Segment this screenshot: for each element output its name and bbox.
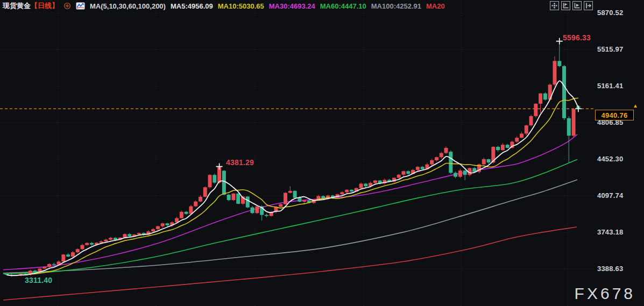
candle-body — [61, 254, 65, 261]
candle-body — [340, 192, 344, 194]
cross-marker — [556, 38, 563, 45]
candle-body — [430, 160, 434, 165]
last-price-value: 4940.76 — [601, 111, 627, 119]
candle-body — [463, 170, 467, 175]
candle-body — [373, 181, 377, 183]
candle-body — [284, 193, 287, 204]
candle-body — [199, 197, 202, 202]
candle-body — [525, 125, 528, 133]
candle-body — [66, 254, 70, 257]
chart-plot-area[interactable] — [0, 0, 644, 306]
candle-body — [203, 187, 207, 197]
candle-body — [251, 208, 254, 214]
candle-body — [421, 167, 424, 169]
axis-flag-icon[interactable] — [561, 1, 570, 10]
axis-tick-label: 3743.18 — [597, 228, 623, 236]
candle-body — [557, 61, 561, 66]
chart-header: 现货黄金【日线】 MA(5,10,30,60,100,200) MA5:4956… — [3, 1, 445, 11]
candle-body — [293, 191, 297, 198]
instrument-title: 现货黄金 — [3, 2, 31, 10]
candle-body — [472, 168, 476, 172]
candle-body — [364, 184, 367, 187]
candle-body — [166, 223, 169, 225]
axis-tick-label: 5161.41 — [597, 82, 623, 90]
ma10-value: MA10:5030.65 — [218, 2, 264, 10]
ma60-line — [3, 159, 577, 274]
candle-body — [572, 109, 576, 136]
candle-body — [175, 218, 179, 223]
candle-body — [90, 243, 94, 245]
candle-body — [397, 175, 401, 178]
price-up-arrow-icon: ▲ — [633, 103, 638, 109]
ma30-line — [3, 134, 577, 270]
candle-body — [458, 170, 462, 177]
axis-play-icon[interactable] — [572, 1, 582, 10]
candle-body — [156, 226, 160, 229]
move-crosshair-icon[interactable] — [550, 1, 559, 10]
axis-tick-label: 3388.63 — [597, 265, 623, 273]
candle-body — [567, 118, 571, 136]
candle-body — [227, 195, 231, 200]
ma5-value: MA5:4956.09 — [171, 2, 213, 10]
candle-body — [255, 207, 259, 213]
candle-body — [151, 229, 155, 231]
candle-body — [539, 94, 542, 104]
candle-body — [562, 66, 566, 118]
candle-body — [128, 234, 131, 236]
axis-tick-label: 4452.30 — [597, 155, 623, 163]
instrument-group: 现货黄金【日线】 — [3, 1, 59, 11]
axis-tick-label: 5515.97 — [597, 45, 623, 53]
candle-body — [406, 171, 410, 174]
candle-body — [85, 243, 89, 245]
candle-body — [43, 267, 46, 268]
candle-body — [137, 233, 141, 234]
axis-tick-label: 4097.74 — [597, 191, 623, 200]
timeframe-label[interactable]: 【日线】 — [31, 2, 59, 10]
candle-body — [487, 159, 491, 162]
candle-body — [529, 116, 533, 125]
candle-body — [515, 138, 519, 141]
candle-body — [449, 152, 452, 173]
candle-body — [402, 171, 406, 175]
swing-label: 4381.29 — [226, 158, 254, 167]
candle-body — [435, 157, 438, 160]
candle-body — [454, 173, 457, 176]
candle-body — [33, 271, 37, 272]
candle-body — [213, 175, 216, 182]
ma-params-label: MA(5,10,30,60,100,200) — [90, 2, 166, 10]
ma10-line — [7, 98, 578, 275]
candle-body — [440, 153, 443, 158]
candle-body — [236, 194, 240, 204]
candle-body — [444, 148, 448, 153]
ma100-value: MA100:4252.91 — [371, 2, 421, 10]
ma5-line — [7, 81, 578, 275]
candle-body — [161, 223, 165, 226]
candle-body — [265, 215, 268, 216]
trading-chart-app: 现货黄金【日线】 MA(5,10,30,60,100,200) MA5:4956… — [0, 0, 644, 306]
chart-toolbar — [550, 1, 593, 10]
candle-body — [416, 167, 420, 170]
candle-body — [80, 245, 84, 250]
candle-body — [222, 171, 226, 195]
candle-body — [543, 94, 547, 100]
candle-body — [194, 202, 197, 207]
cross-marker — [216, 163, 223, 170]
candle-body — [52, 264, 56, 265]
candle-body — [520, 133, 523, 138]
candle-body — [350, 190, 353, 191]
candle-body — [208, 175, 212, 187]
candle-body — [231, 194, 235, 200]
plus-circle-icon[interactable] — [63, 2, 71, 10]
candle-body — [302, 201, 306, 202]
candle-body — [71, 252, 75, 257]
ma30-value: MA30:4693.24 — [269, 2, 315, 10]
candle-body — [109, 238, 112, 239]
last-price-tag: 4940.76 — [595, 110, 634, 120]
watermark: FX678 — [575, 284, 635, 303]
candle-body — [553, 61, 556, 84]
candle-body — [534, 104, 537, 116]
candle-body — [345, 190, 349, 193]
exit-right-icon[interactable] — [584, 1, 593, 10]
candle-body — [76, 249, 80, 252]
candle-body — [279, 204, 282, 207]
